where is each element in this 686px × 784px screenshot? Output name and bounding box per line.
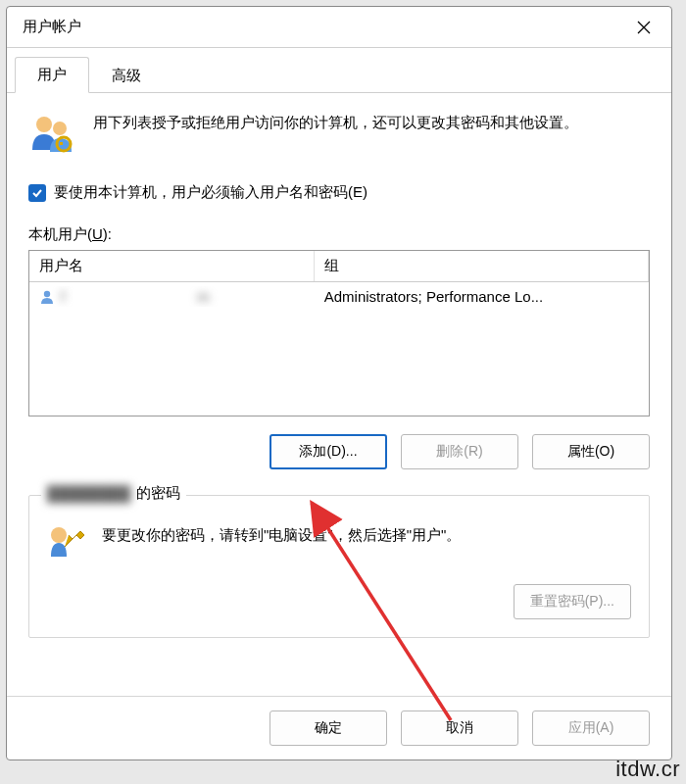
svg-point-4 bbox=[44, 290, 50, 296]
user-icon bbox=[39, 289, 55, 305]
cell-username: f m bbox=[61, 288, 210, 305]
svg-point-0 bbox=[36, 117, 52, 132]
key-icon bbox=[47, 523, 86, 563]
cancel-button[interactable]: 取消 bbox=[401, 710, 518, 746]
table-row[interactable]: f m Administrators; Performance Lo... bbox=[29, 282, 649, 311]
password-text: 要更改你的密码，请转到"电脑设置"，然后选择"用户"。 bbox=[102, 523, 461, 547]
list-buttons: 添加(D)... 删除(R) 属性(O) bbox=[28, 434, 650, 469]
add-button[interactable]: 添加(D)... bbox=[270, 434, 387, 469]
dialog-footer: 确定 取消 应用(A) bbox=[7, 696, 671, 760]
properties-button[interactable]: 属性(O) bbox=[532, 434, 650, 469]
window-title: 用户帐户 bbox=[23, 18, 81, 36]
intro-row: 用下列表授予或拒绝用户访问你的计算机，还可以更改其密码和其他设置。 bbox=[28, 111, 650, 158]
svg-rect-3 bbox=[60, 142, 63, 145]
titlebar: 用户帐户 bbox=[7, 7, 671, 48]
tab-advanced[interactable]: 高级 bbox=[89, 58, 164, 93]
list-label: 本机用户(U): bbox=[28, 225, 650, 244]
users-icon bbox=[28, 111, 75, 158]
user-listview[interactable]: 用户名 组 f m Administrators; Performance Lo… bbox=[28, 250, 650, 416]
password-legend: ████████ 的密码 bbox=[41, 484, 186, 503]
watermark: itdw.cr bbox=[615, 757, 680, 782]
password-section: ████████ 的密码 要更改你的密码，请转到"电脑设置"，然后选择"用户"。… bbox=[28, 495, 650, 638]
remove-button: 删除(R) bbox=[401, 434, 518, 469]
require-password-checkbox[interactable]: 要使用本计算机，用户必须输入用户名和密码(E) bbox=[28, 183, 650, 202]
tabstrip: 用户 高级 bbox=[7, 56, 671, 93]
ok-button[interactable]: 确定 bbox=[270, 710, 387, 746]
close-icon bbox=[637, 21, 651, 34]
svg-point-5 bbox=[51, 527, 67, 543]
reset-password-button: 重置密码(P)... bbox=[514, 584, 631, 619]
user-accounts-window: 用户帐户 用户 高级 用下列表授予或拒绝用户访问你的计算机，还可以更改其密码和其… bbox=[6, 6, 672, 760]
close-button[interactable] bbox=[620, 10, 667, 45]
tab-body: 用下列表授予或拒绝用户访问你的计算机，还可以更改其密码和其他设置。 要使用本计算… bbox=[7, 93, 671, 696]
listview-header: 用户名 组 bbox=[29, 251, 649, 282]
checkbox-icon bbox=[28, 184, 46, 202]
svg-point-1 bbox=[53, 122, 67, 135]
col-header-user[interactable]: 用户名 bbox=[29, 251, 315, 281]
col-header-group[interactable]: 组 bbox=[315, 251, 649, 281]
tab-users[interactable]: 用户 bbox=[15, 57, 89, 93]
cell-group: Administrators; Performance Lo... bbox=[315, 286, 649, 307]
intro-text: 用下列表授予或拒绝用户访问你的计算机，还可以更改其密码和其他设置。 bbox=[93, 111, 578, 134]
apply-button: 应用(A) bbox=[532, 710, 650, 746]
checkbox-label: 要使用本计算机，用户必须输入用户名和密码(E) bbox=[54, 183, 368, 202]
